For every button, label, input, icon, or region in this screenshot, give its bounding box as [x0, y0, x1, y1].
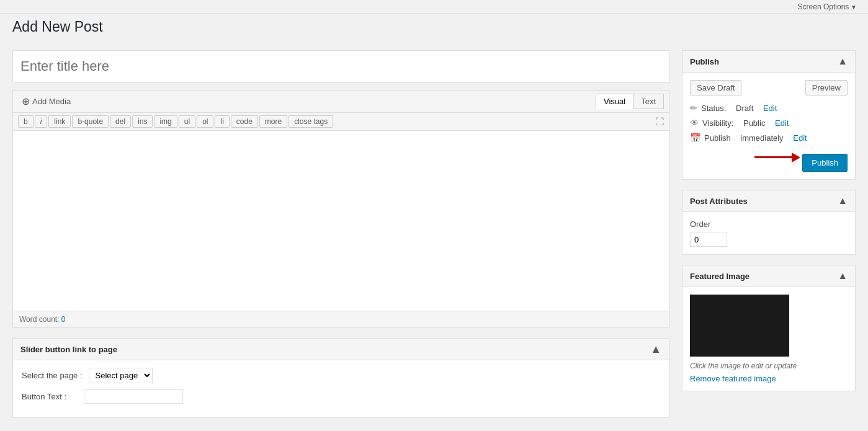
post-attributes-panel-body: Order	[682, 212, 855, 254]
select-page-label: Select the page :	[22, 371, 83, 380]
editor-wrap: ⊕ Add Media Visual Text b i link b-quote…	[12, 90, 669, 328]
status-row: ✏ Status: Draft Edit	[690, 103, 848, 113]
publish-arrow	[754, 156, 792, 158]
order-label: Order	[690, 220, 848, 229]
select-page-row: Select the page : Select page	[22, 368, 660, 383]
slider-meta-box-body: Select the page : Select page Button Tex…	[13, 360, 669, 417]
button-text-row: Button Text :	[22, 389, 660, 404]
post-attributes-panel-header[interactable]: Post Attributes ▲	[682, 190, 855, 212]
publish-panel-body: Save Draft Preview ✏ Status: Draft Edit …	[682, 73, 855, 179]
publish-panel-collapse-icon: ▲	[838, 56, 848, 67]
fmt-img[interactable]: img	[154, 115, 177, 128]
screen-options-button[interactable]: Screen Options	[794, 1, 861, 12]
media-icon: ⊕	[22, 96, 30, 107]
publish-time-value: immediately	[740, 133, 783, 143]
visibility-value: Public	[743, 118, 765, 128]
slider-meta-box-header[interactable]: Slider button link to page ▲	[13, 339, 669, 360]
arrow-head	[792, 153, 800, 162]
fmt-italic[interactable]: i	[35, 115, 48, 128]
order-input[interactable]	[690, 233, 727, 247]
page-title-wrap: Add New Post	[0, 19, 868, 40]
editor-toolbar-top: ⊕ Add Media Visual Text	[13, 91, 669, 113]
status-edit-link[interactable]: Edit	[763, 104, 777, 113]
add-media-button[interactable]: ⊕ Add Media	[18, 93, 74, 110]
main-content: ⊕ Add Media Visual Text b i link b-quote…	[12, 50, 669, 418]
remove-featured-image-link[interactable]: Remove featured image	[690, 374, 848, 383]
fmt-ul[interactable]: ul	[179, 115, 195, 128]
publish-panel-title: Publish	[690, 57, 719, 66]
featured-image-panel: Featured Image ▲ Click the image to edit…	[682, 265, 856, 391]
fmt-link[interactable]: link	[48, 115, 71, 128]
tab-visual[interactable]: Visual	[596, 94, 633, 109]
featured-image-panel-body: Click the image to edit or update Remove…	[682, 287, 855, 391]
publish-time-edit-link[interactable]: Edit	[793, 133, 807, 143]
select-page-dropdown[interactable]: Select page	[89, 368, 153, 383]
add-media-label: Add Media	[32, 97, 71, 106]
visibility-row: 👁 Visibility: Public Edit	[690, 118, 848, 128]
visibility-edit-link[interactable]: Edit	[775, 118, 789, 128]
sidebar: Publish ▲ Save Draft Preview ✏ Status: D…	[682, 50, 856, 418]
word-count-value: 0	[61, 315, 66, 324]
page-title: Add New Post	[12, 19, 856, 35]
save-draft-button[interactable]: Save Draft	[690, 80, 741, 96]
fmt-code[interactable]: code	[231, 115, 258, 128]
page-wrap: ⊕ Add Media Visual Text b i link b-quote…	[0, 40, 868, 418]
preview-button[interactable]: Preview	[805, 80, 848, 96]
word-count-bar: Word count: 0	[13, 311, 669, 327]
post-attributes-panel: Post Attributes ▲ Order	[682, 190, 856, 255]
publish-actions: Save Draft Preview	[690, 80, 848, 96]
publish-time-row: 📅 Publish immediately Edit	[690, 133, 848, 143]
post-attributes-collapse-icon: ▲	[838, 195, 848, 207]
post-attributes-panel-title: Post Attributes	[690, 197, 748, 206]
format-toolbar: b i link b-quote del ins img ul ol li co…	[13, 113, 669, 131]
fmt-bquote[interactable]: b-quote	[72, 115, 109, 128]
featured-image-panel-title: Featured Image	[690, 272, 749, 281]
slider-meta-box: Slider button link to page ▲ Select the …	[12, 338, 669, 418]
slider-meta-box-title: Slider button link to page	[20, 345, 117, 354]
featured-image-thumbnail[interactable]	[690, 295, 789, 357]
publish-panel: Publish ▲ Save Draft Preview ✏ Status: D…	[682, 50, 856, 180]
fmt-ol[interactable]: ol	[197, 115, 213, 128]
editor-body[interactable]	[13, 131, 669, 311]
fmt-ins[interactable]: ins	[132, 115, 153, 128]
word-count-label: Word count:	[19, 315, 59, 324]
publish-panel-header[interactable]: Publish ▲	[682, 51, 855, 73]
publish-time-label: Publish	[704, 133, 731, 143]
pencil-icon: ✏	[690, 103, 697, 113]
visibility-label: Visibility:	[702, 118, 733, 128]
post-title-input[interactable]	[12, 50, 669, 82]
tab-text[interactable]: Text	[633, 94, 664, 109]
button-text-input[interactable]	[84, 389, 183, 404]
fullscreen-icon[interactable]: ⛶	[655, 117, 664, 127]
slider-meta-collapse-icon: ▲	[650, 344, 661, 355]
status-label: Status:	[701, 104, 726, 113]
view-tabs: Visual Text	[596, 94, 664, 109]
featured-image-collapse-icon: ▲	[838, 270, 848, 282]
fmt-close-tags[interactable]: close tags	[289, 115, 333, 128]
publish-button[interactable]: Publish	[802, 154, 848, 172]
top-bar: Screen Options	[0, 0, 868, 14]
fmt-li[interactable]: li	[215, 115, 229, 128]
publish-footer: Publish	[690, 148, 848, 172]
featured-image-panel-header[interactable]: Featured Image ▲	[682, 265, 855, 287]
status-value: Draft	[736, 104, 753, 113]
arrow-line	[754, 156, 792, 158]
button-text-label: Button Text :	[22, 392, 78, 401]
calendar-icon: 📅	[690, 133, 700, 143]
eye-icon: 👁	[690, 118, 699, 128]
fmt-more[interactable]: more	[259, 115, 287, 128]
featured-image-hint: Click the image to edit or update	[690, 362, 848, 370]
fmt-del[interactable]: del	[110, 115, 131, 128]
fmt-bold[interactable]: b	[18, 115, 34, 128]
